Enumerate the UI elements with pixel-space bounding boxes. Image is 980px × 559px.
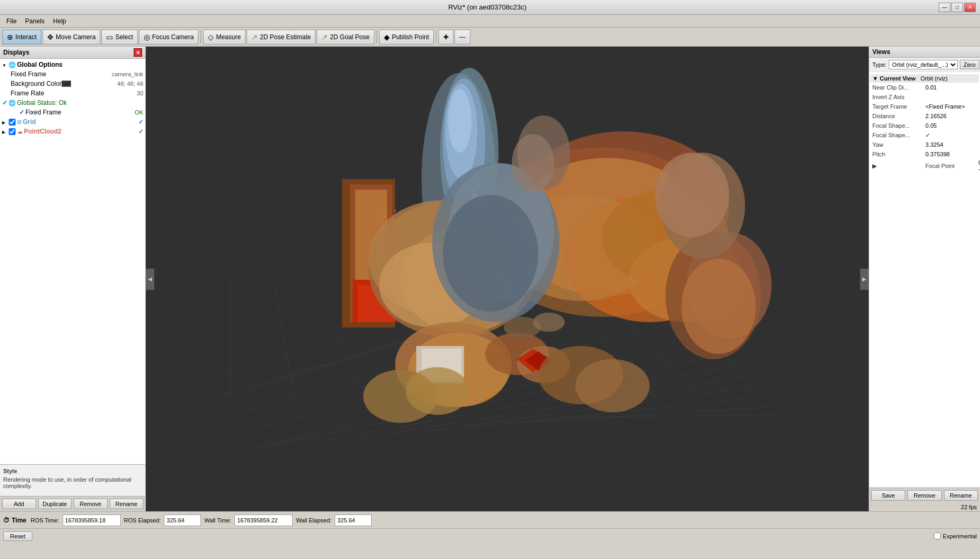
distance-val: 2.16526 bbox=[925, 113, 977, 119]
add-toolbar-button[interactable]: ✚ bbox=[439, 30, 453, 45]
displays-panel-header: Displays ✕ bbox=[0, 47, 145, 59]
fixed-frame-row[interactable]: Fixed Frame camera_link bbox=[10, 69, 144, 79]
pointcloud2-row[interactable]: ☁ PointCloud2 ✓ bbox=[1, 127, 144, 136]
views-type-select[interactable]: Orbit (rviz_default_...) bbox=[889, 60, 958, 69]
main-container: Displays ✕ 🌐 Global Options Fixed Frame … bbox=[0, 47, 980, 511]
publish-point-icon: ◆ bbox=[384, 33, 390, 41]
viewport-toggle-left[interactable]: ◀ bbox=[146, 269, 154, 290]
pointcloud2-check-value: ✓ bbox=[138, 128, 143, 135]
svg-point-70 bbox=[383, 215, 386, 218]
move-camera-button[interactable]: ✥ Move Camera bbox=[42, 30, 100, 45]
interact-button[interactable]: ⊕ Interact bbox=[2, 30, 41, 45]
global-status-fixed-frame-row[interactable]: ✓ Fixed Frame OK bbox=[18, 108, 144, 117]
displays-footer: Style Rendering mode to use, in order of… bbox=[0, 464, 145, 496]
window-title: RViz* (on aed03708c23c) bbox=[36, 3, 939, 11]
remove-view-button[interactable]: Remove bbox=[907, 490, 941, 501]
pointcloud2-checkbox[interactable] bbox=[8, 128, 16, 135]
focal-shape2-val: ✓ bbox=[925, 132, 977, 139]
displays-panel: Displays ✕ 🌐 Global Options Fixed Frame … bbox=[0, 47, 146, 511]
time-panel-header: ⏱ Time bbox=[3, 517, 27, 524]
displays-buttons: Add Duplicate Remove Rename bbox=[0, 496, 145, 511]
close-button[interactable]: ✕ bbox=[964, 3, 976, 12]
views-buttons: Save Remove Rename bbox=[869, 487, 980, 503]
svg-point-65 bbox=[655, 153, 729, 237]
2d-pose-button[interactable]: ↗ 2D Pose Estimate bbox=[247, 30, 316, 45]
measure-icon: ◇ bbox=[208, 33, 214, 41]
2d-goal-icon: ↗ bbox=[321, 33, 328, 41]
yaw-row: Yaw 3.3254 bbox=[870, 140, 979, 149]
current-view-section-label: Current View bbox=[880, 75, 916, 82]
distance-row: Distance 2.16526 bbox=[870, 111, 979, 121]
global-status-check: ✓ bbox=[2, 99, 7, 107]
viewport-toggle-right[interactable]: ▶ bbox=[860, 269, 869, 290]
global-status-row[interactable]: ✓ 🌐 Global Status: Ok bbox=[1, 98, 144, 108]
remove-display-button[interactable]: Remove bbox=[74, 499, 108, 509]
publish-point-button[interactable]: ◆ Publish Point bbox=[379, 30, 434, 45]
focal-point-row[interactable]: ▶ Focal Point 0.69739; -0.40471;... bbox=[870, 159, 979, 173]
views-tree: ▼ Current View Orbit (rviz) Near Clip Di… bbox=[869, 72, 980, 487]
displays-title: Displays bbox=[3, 49, 29, 56]
grid-checkbox[interactable] bbox=[8, 119, 16, 126]
style-desc: Rendering mode to use, in order of compu… bbox=[3, 476, 142, 489]
wall-elapsed-input[interactable] bbox=[335, 514, 372, 526]
ros-elapsed-label: ROS Elapsed: bbox=[124, 517, 161, 523]
svg-point-76 bbox=[580, 212, 582, 215]
2d-pose-icon: ↗ bbox=[251, 33, 258, 41]
point-cloud-visualization bbox=[146, 47, 869, 511]
rename-view-button[interactable]: Rename bbox=[944, 490, 978, 501]
global-status-icon: 🌐 bbox=[8, 100, 16, 107]
near-clip-val: 0.01 bbox=[925, 84, 977, 91]
menu-file[interactable]: File bbox=[2, 16, 21, 26]
displays-close-button[interactable]: ✕ bbox=[134, 48, 142, 57]
grid-expand[interactable] bbox=[2, 119, 8, 125]
views-header: Views bbox=[869, 47, 980, 58]
fixed-frame-status-check: ✓ bbox=[19, 109, 24, 116]
menu-panels[interactable]: Panels bbox=[21, 16, 49, 26]
time-fields: ROS Time: ROS Elapsed: Wall Time: Wall E… bbox=[31, 514, 977, 526]
menu-help[interactable]: Help bbox=[49, 16, 71, 26]
svg-point-78 bbox=[654, 223, 656, 225]
bg-color-row[interactable]: Background Color 48; 48; 48 bbox=[10, 79, 144, 88]
reset-button[interactable]: Reset bbox=[3, 531, 32, 541]
invert-z-row: Invert Z Axis bbox=[870, 92, 979, 102]
minus-toolbar-button[interactable]: — bbox=[454, 30, 470, 45]
frame-rate-value: 30 bbox=[137, 90, 143, 96]
wall-time-input[interactable] bbox=[234, 514, 293, 526]
yaw-key: Yaw bbox=[872, 141, 925, 148]
rename-display-button[interactable]: Rename bbox=[110, 499, 144, 509]
views-type-row: Type: Orbit (rviz_default_...) Zero bbox=[869, 58, 980, 72]
duplicate-display-button[interactable]: Duplicate bbox=[38, 499, 72, 509]
window-controls: — □ ✕ bbox=[939, 3, 976, 12]
svg-point-73 bbox=[473, 193, 476, 197]
toolbar-sep-1 bbox=[200, 31, 201, 43]
add-display-button[interactable]: Add bbox=[2, 499, 36, 509]
grid-row[interactable]: ⊞ Grid ✓ bbox=[1, 117, 144, 127]
measure-button[interactable]: ◇ Measure bbox=[203, 30, 246, 45]
focus-camera-button[interactable]: ◎ Focus Camera bbox=[139, 30, 199, 45]
select-button[interactable]: ▭ Select bbox=[101, 30, 137, 45]
target-frame-val: <Fixed Frame> bbox=[925, 103, 977, 110]
global-options-expand[interactable] bbox=[2, 62, 8, 68]
focal-shape2-row: Focal Shape... ✓ bbox=[870, 130, 979, 140]
current-view-label: ▼ bbox=[872, 75, 880, 82]
2d-goal-button[interactable]: ↗ 2D Goal Pose bbox=[317, 30, 374, 45]
svg-point-71 bbox=[394, 210, 396, 212]
save-view-button[interactable]: Save bbox=[871, 490, 905, 501]
svg-point-48 bbox=[443, 195, 538, 312]
svg-point-67 bbox=[512, 134, 554, 192]
ros-elapsed-input[interactable] bbox=[164, 514, 201, 526]
views-zero-button[interactable]: Zero bbox=[960, 60, 979, 69]
experimental-checkbox[interactable] bbox=[934, 533, 941, 539]
viewport[interactable]: ◀ bbox=[146, 47, 869, 511]
minimize-button[interactable]: — bbox=[939, 3, 950, 12]
global-options-row[interactable]: 🌐 Global Options bbox=[1, 60, 144, 69]
yaw-val: 3.3254 bbox=[925, 141, 977, 148]
focal-point-expand: ▶ bbox=[872, 163, 925, 170]
views-panel: Views Type: Orbit (rviz_default_...) Zer… bbox=[869, 47, 980, 511]
focal-shape2-key: Focal Shape... bbox=[872, 132, 925, 138]
pitch-row: Pitch 0.375398 bbox=[870, 149, 979, 159]
ros-time-input[interactable] bbox=[63, 514, 121, 526]
frame-rate-row[interactable]: Frame Rate 30 bbox=[10, 88, 144, 98]
pointcloud2-expand[interactable] bbox=[2, 129, 8, 135]
maximize-button[interactable]: □ bbox=[951, 3, 963, 12]
